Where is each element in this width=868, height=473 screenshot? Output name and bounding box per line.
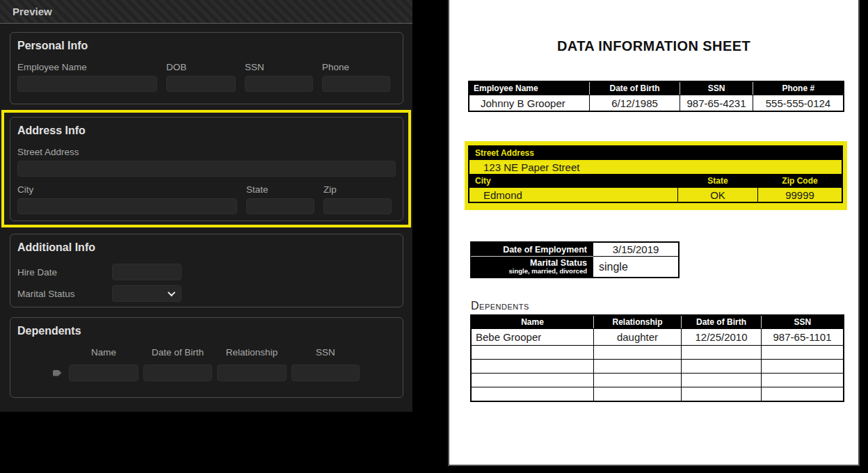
ssn-field-group: SSN <box>245 62 313 92</box>
employee-name-header: Employee Name <box>469 82 590 95</box>
personal-info-section: Personal Info Employee Name DOB SSN Phon… <box>10 32 403 104</box>
dependent-ssn-input[interactable] <box>291 364 360 381</box>
state-field-group: State <box>246 184 314 214</box>
chevron-down-icon <box>168 289 175 296</box>
street-address-label: Street Address <box>17 147 396 157</box>
zip-code-header: Zip Code <box>758 175 842 188</box>
phone-label: Phone <box>322 62 390 72</box>
marital-status-options-subtext: single, married, divorced <box>477 268 587 275</box>
city-state-zip-value-row: Edmond OK 99999 <box>469 188 842 202</box>
date-of-employment-value: 3/15/2019 <box>593 243 679 257</box>
phone-field-group: Phone <box>322 62 390 92</box>
dependent-name-input[interactable] <box>69 364 138 381</box>
dependents-header-row: Name Date of Birth Relationship SSN <box>50 347 396 364</box>
dependents-doc-heading: Dependents <box>471 300 529 312</box>
preview-panel: Preview Personal Info Employee Name DOB … <box>0 0 412 412</box>
personal-info-title: Personal Info <box>17 40 396 52</box>
dependents-table: Name Relationship Date of Birth SSN Bebe… <box>471 315 844 401</box>
ssn-header: SSN <box>680 82 753 95</box>
hire-date-input[interactable] <box>112 264 182 280</box>
phone-value: 555-555-0124 <box>753 95 844 111</box>
date-of-birth-value: 6/12/1985 <box>590 95 680 111</box>
employee-name-label: Employee Name <box>17 62 157 72</box>
marital-status-row: Marital Status single, married, divorced… <box>472 257 679 278</box>
address-table: Street Address 123 NE Paper Street City … <box>469 146 842 202</box>
street-address-input[interactable] <box>17 161 396 177</box>
street-address-value: 123 NE Paper Street <box>469 160 842 175</box>
employee-name-value: Johnny B Grooper <box>469 95 590 111</box>
ssn-input[interactable] <box>245 76 313 92</box>
state-value: OK <box>678 188 758 202</box>
street-address-value-row: 123 NE Paper Street <box>469 160 842 175</box>
table-row: Bebe Grooper daughter 12/25/2010 987-65-… <box>472 329 844 346</box>
city-value: Edmond <box>469 188 678 202</box>
employee-table: Employee Name Date of Birth SSN Phone # … <box>469 81 844 111</box>
dependents-section: Dependents Name Date of Birth Relationsh… <box>10 317 403 398</box>
zip-code-value: 99999 <box>758 188 842 202</box>
city-label: City <box>17 184 237 195</box>
table-row <box>472 346 844 360</box>
date-of-birth-header: Date of Birth <box>590 82 680 95</box>
dep-relationship-value: daughter <box>594 329 682 346</box>
phone-header: Phone # <box>753 82 844 95</box>
dob-input[interactable] <box>166 76 236 92</box>
additional-info-title: Additional Info <box>17 241 396 254</box>
marital-status-doc-label: Marital Status single, married, divorced <box>472 257 593 278</box>
marital-status-select[interactable] <box>112 285 182 302</box>
table-row <box>472 387 844 401</box>
dependent-ssn-column-label: SSN <box>291 347 360 358</box>
state-header: State <box>678 175 758 188</box>
document-title: DATA INFORMATION SHEET <box>449 38 858 54</box>
dependent-name-column-label: Name <box>69 347 138 358</box>
street-address-header-row: Street Address <box>469 147 842 160</box>
dependents-input-row <box>50 364 396 381</box>
dependent-relationship-column-label: Relationship <box>217 347 287 358</box>
address-info-section: Address Info Street Address City State Z… <box>10 117 403 221</box>
document-page: DATA INFORMATION SHEET Employee Name Dat… <box>448 0 860 466</box>
state-label: State <box>246 184 314 195</box>
state-input[interactable] <box>246 198 314 214</box>
dependents-header-row-doc: Name Relationship Date of Birth SSN <box>472 316 844 329</box>
phone-input[interactable] <box>322 76 390 92</box>
dep-ssn-value: 987-65-1101 <box>762 329 844 346</box>
employee-table-value-row: Johnny B Grooper 6/12/1985 987-65-4231 5… <box>469 95 844 111</box>
marital-status-label: Marital Status <box>17 289 112 299</box>
zip-input[interactable] <box>323 198 392 214</box>
address-highlight-block: Street Address 123 NE Paper Street City … <box>465 141 847 210</box>
date-of-employment-label: Date of Employment <box>472 243 593 257</box>
street-address-field-group: Street Address <box>17 147 396 177</box>
city-field-group: City <box>17 184 237 214</box>
preview-header: Preview <box>0 0 412 24</box>
table-row <box>472 360 844 374</box>
city-input[interactable] <box>17 198 237 214</box>
dep-dob-value: 12/25/2010 <box>682 329 762 346</box>
dep-name-value: Bebe Grooper <box>472 329 594 346</box>
address-info-title: Address Info <box>17 125 396 137</box>
marital-status-value: single <box>593 257 679 278</box>
employment-date-row: Date of Employment 3/15/2019 <box>472 243 679 257</box>
dependent-relationship-input[interactable] <box>217 364 287 381</box>
dependent-dob-input[interactable] <box>143 364 212 381</box>
employment-table: Date of Employment 3/15/2019 Marital Sta… <box>471 242 679 278</box>
dep-name-header: Name <box>472 316 594 329</box>
ssn-value: 987-65-4231 <box>680 95 753 111</box>
zip-label: Zip <box>323 184 392 195</box>
dob-field-group: DOB <box>166 62 236 92</box>
row-pointer-icon <box>53 370 62 376</box>
city-state-zip-header-row: City State Zip Code <box>469 175 842 188</box>
marital-status-field-group: Marital Status <box>17 285 396 302</box>
dependent-dob-column-label: Date of Birth <box>143 347 212 358</box>
dependents-title: Dependents <box>17 325 396 337</box>
employee-name-field-group: Employee Name <box>17 62 157 92</box>
dob-label: DOB <box>166 62 236 72</box>
ssn-label: SSN <box>245 62 313 72</box>
employee-name-input[interactable] <box>17 76 157 92</box>
preview-title: Preview <box>13 6 52 17</box>
dep-ssn-header: SSN <box>762 316 844 329</box>
hire-date-field-group: Hire Date <box>17 264 396 280</box>
additional-info-section: Additional Info Hire Date Marital Status <box>10 234 403 307</box>
zip-field-group: Zip <box>323 184 392 214</box>
dep-dob-header: Date of Birth <box>682 316 762 329</box>
street-address-header: Street Address <box>469 147 842 160</box>
dep-relationship-header: Relationship <box>594 316 682 329</box>
